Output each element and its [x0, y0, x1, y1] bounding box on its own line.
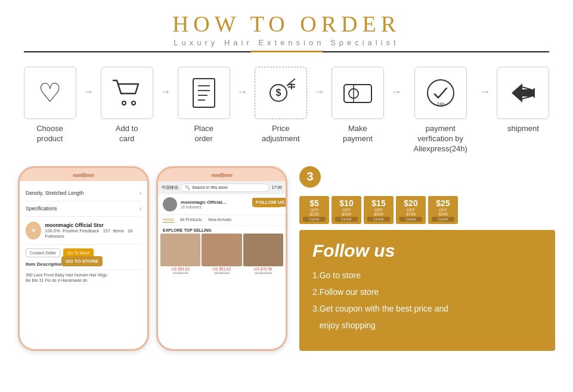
follow-step-1: 1.Go to store: [312, 267, 542, 284]
phone-products-grid: US $54.52 US $84.00 US $51.62 US $80.00 …: [158, 234, 286, 275]
bottom-section: Density, Stretched Length › Specificatio…: [0, 160, 573, 351]
page-title: HOW TO ORDER: [0, 11, 573, 37]
store-logo: M: [26, 222, 41, 239]
coupon-5-click[interactable]: CLICK: [432, 217, 454, 222]
step-label-order: Placeorder: [194, 124, 213, 144]
coupon-2-off: OFF: [335, 208, 358, 212]
coupon-5-amount: $25: [432, 198, 454, 208]
step3-section: 3: [299, 166, 555, 190]
coupon-2-click[interactable]: CLICK: [335, 217, 358, 222]
phone-store-info2: moonmagic Official... 16 followers: [181, 200, 226, 209]
coupon-1[interactable]: $5 OFF $199 CLICK: [299, 196, 329, 224]
phone-product-1[interactable]: US $54.52 US $84.00: [160, 234, 200, 275]
items-label: Items: [113, 228, 123, 234]
store-details: moonmagic Official Stor 100.0% Positive …: [45, 222, 141, 239]
coupon-3-amount: $15: [367, 198, 390, 208]
follow-us-panel: Follow us 1.Go to store 2.Follow our sto…: [299, 230, 555, 351]
coupon-4-click[interactable]: CLICK: [399, 217, 422, 222]
coupon-4-amount: $20: [399, 198, 422, 208]
nav-all-products[interactable]: All Products: [180, 217, 202, 223]
phone-right-speaker: [211, 174, 233, 177]
time-label: 17:06: [271, 185, 282, 189]
followers-label: Followers: [45, 234, 64, 239]
coupon-2-min: $399: [335, 212, 358, 216]
step-add-to-card: Add tocard: [95, 67, 159, 144]
phone-row-density: Density, Stretched Length ›: [26, 186, 141, 201]
coupon-5-off: OFF: [432, 208, 454, 212]
coupon-3[interactable]: $15 OFF $599 CLICK: [364, 196, 394, 224]
item-text: 360 Lace Front Baby Hair Human Hair Wigs…: [26, 272, 141, 284]
coupon-2[interactable]: $10 OFF $399 CLICK: [332, 196, 361, 224]
step-label-verification: paymentverfication byAliexpress(24h): [414, 124, 467, 154]
specs-label: Specifications: [26, 206, 57, 211]
step-label-shipment: shipment: [507, 124, 539, 134]
product-old-price-2: US $80.00: [202, 271, 241, 275]
product-old-price-1: US $84.00: [160, 271, 200, 275]
step-icon-order: [178, 67, 230, 119]
svg-rect-13: [344, 85, 371, 102]
product-price-2: US $51.62: [202, 267, 241, 271]
follow-us-badge: FOLLOW US: [252, 198, 287, 207]
step-make-payment: Makepayment: [326, 67, 389, 144]
steps-row: ♡ Chooseproduct → Add tocard → Placeorde…: [0, 56, 573, 160]
phone-top-bar: 中国移动 🔍 Search in this store 17:06: [158, 181, 286, 194]
store-info: M moonmagic Official Stor 100.0% Positiv…: [26, 217, 141, 245]
step-label-price: Priceadjustment: [262, 124, 300, 144]
explore-label: EXPLORE TOP SELLING: [158, 226, 286, 234]
phone-right: 中国移动 🔍 Search in this store 17:06 moonma…: [156, 166, 287, 351]
search-icon: 🔍: [185, 185, 190, 190]
coupon-3-off: OFF: [367, 208, 390, 212]
coupon-5[interactable]: $25 OFF $999 CLICK: [428, 196, 458, 224]
nav-home[interactable]: Home: [163, 217, 174, 223]
line-left: [24, 51, 251, 52]
product-img-3: [243, 234, 283, 266]
step-price-adjustment: $ Priceadjustment: [249, 67, 312, 144]
items-count: 157: [103, 228, 111, 234]
coupon-2-amount: $10: [335, 198, 358, 208]
page-subtitle: Luxury Hair Extension Specialist: [0, 38, 573, 47]
header-section: HOW TO ORDER Luxury Hair Extension Speci…: [0, 0, 573, 56]
follow-step-2: 2.Follow our store: [312, 284, 542, 300]
coupon-5-min: $999: [432, 212, 454, 216]
follow-us-list: 1.Go to store 2.Follow our store 3.Get c…: [312, 267, 542, 334]
product-old-price-3: US $120.00: [243, 271, 283, 275]
step3-badge: 3: [299, 166, 321, 188]
density-label: Density, Stretched Length: [26, 190, 83, 196]
product-price-1: US $54.52: [160, 267, 200, 271]
store-name: moonmagic Official Stor: [45, 222, 141, 228]
product-img-2: [202, 234, 241, 266]
arrow-5: →: [389, 86, 402, 98]
step-icon-price: $: [255, 67, 307, 119]
step-icon-verification: 24h: [414, 67, 467, 119]
phones-area: Density, Stretched Length › Specificatio…: [18, 166, 287, 351]
arrow-4: →: [312, 86, 326, 98]
coupon-4[interactable]: $20 OFF $799 CLICK: [396, 196, 426, 224]
arrow-6: →: [478, 86, 491, 98]
coupon-4-min: $799: [399, 212, 422, 216]
coupon-3-click[interactable]: CLICK: [367, 217, 390, 222]
carrier-label: 中国移动: [162, 185, 178, 191]
phone-search-bar[interactable]: 🔍 Search in this store: [181, 183, 269, 192]
phone-product-2[interactable]: US $51.62 US $80.00: [202, 234, 241, 275]
phone-product-3[interactable]: US $76.56 US $120.00: [243, 234, 283, 275]
step-place-order: Placeorder: [172, 67, 236, 144]
svg-point-1: [132, 101, 135, 105]
follow-step-3: 3.Get coupon with the best price and enj…: [312, 300, 542, 334]
arrow-1: →: [82, 86, 95, 98]
contact-seller-btn[interactable]: Contact Seller: [26, 248, 60, 257]
line-right: [323, 51, 550, 52]
nav-new-arrivals[interactable]: New Arrivals: [208, 217, 231, 223]
svg-point-0: [122, 101, 126, 105]
right-panel: 3 $5 OFF $199 CLICK $10 OFF $399 CLICK $…: [299, 166, 555, 351]
coupon-1-click[interactable]: CLICK: [303, 217, 326, 222]
phone-row-specs: Specifications ›: [26, 201, 141, 217]
specs-arrow: ›: [140, 206, 141, 212]
phone-store-name2: moonmagic Official...: [181, 200, 226, 205]
go-to-store-badge[interactable]: GO TO STORE: [61, 256, 103, 266]
step-verification: 24h paymentverfication byAliexpress(24h): [402, 67, 478, 154]
positive-feedback: 100.0%: [45, 228, 60, 234]
followers-count: 16: [128, 228, 132, 234]
svg-rect-2: [193, 79, 215, 107]
product-price-3: US $76.56: [243, 267, 283, 271]
phone-left: Density, Stretched Length › Specificatio…: [18, 166, 149, 351]
